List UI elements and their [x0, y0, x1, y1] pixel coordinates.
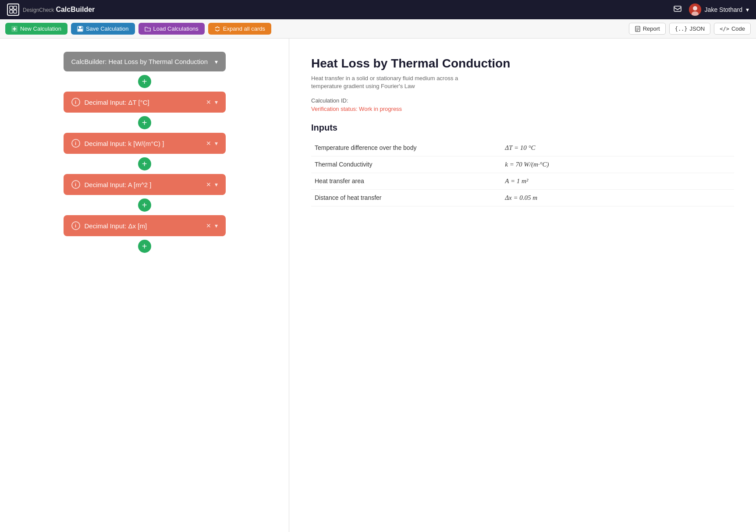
code-button[interactable]: </> Code — [714, 23, 751, 35]
product-name: CalcBuilder — [56, 6, 95, 14]
close-icon-4[interactable]: ✕ — [206, 222, 211, 229]
left-panel: CalcBuilder: Heat Loss by Thermal Conduc… — [0, 39, 289, 532]
logo-icon — [7, 4, 19, 16]
chevron-down-icon: ▾ — [215, 58, 218, 65]
svg-rect-0 — [10, 6, 13, 9]
input-card-3-actions: ✕ ▾ — [206, 181, 218, 188]
save-icon — [77, 26, 83, 32]
add-card-button-4[interactable]: + — [138, 199, 151, 212]
input-card-2-left: i Decimal Input: k [W/(m°C) ] — [71, 139, 164, 148]
expand-icon — [214, 26, 220, 32]
input-card-3-left: i Decimal Input: A [m^2 ] — [71, 180, 152, 189]
input-label-1: Temperature difference over the body — [311, 140, 501, 156]
input-card-4-actions: ✕ ▾ — [206, 222, 218, 229]
input-card-4-left: i Decimal Input: Δx [m] — [71, 221, 147, 230]
folder-icon — [145, 26, 151, 32]
json-icon: {..} — [675, 26, 688, 32]
input-card-1-actions: ✕ ▾ — [206, 99, 218, 106]
user-menu-chevron: ▾ — [746, 6, 749, 13]
calc-header-label: CalcBuilder: Heat Loss by Thermal Conduc… — [71, 58, 208, 65]
add-card-button-3[interactable]: + — [138, 157, 151, 170]
table-row: Temperature difference over the body ΔT … — [311, 140, 734, 156]
json-button[interactable]: {..} JSON — [669, 23, 711, 35]
svg-rect-11 — [78, 29, 82, 31]
user-badge[interactable]: Jake Stothard ▾ — [689, 4, 749, 16]
toolbar-right: Report {..} JSON </> Code — [629, 23, 751, 35]
user-name: Jake Stothard — [705, 6, 742, 13]
input-math-2: k = 70 W/(m·°C) — [501, 156, 734, 173]
inputs-heading: Inputs — [311, 123, 734, 133]
main-content: CalcBuilder: Heat Loss by Thermal Conduc… — [0, 39, 756, 532]
save-calculation-button[interactable]: Save Calculation — [71, 23, 135, 35]
input-math-3: A = 1 m² — [501, 173, 734, 189]
input-math-1: ΔT = 10 °C — [501, 140, 734, 156]
chevron-icon-4[interactable]: ▾ — [215, 222, 218, 229]
info-icon-1[interactable]: i — [71, 98, 80, 106]
load-calculations-button[interactable]: Load Calculations — [138, 23, 205, 35]
calc-id: Calculation ID: — [311, 97, 734, 104]
close-icon-1[interactable]: ✕ — [206, 99, 211, 106]
input-label-4: Distance of heat transfer — [311, 189, 501, 206]
inputs-table: Temperature difference over the body ΔT … — [311, 140, 734, 206]
toolbar: New Calculation Save Calculation Load Ca… — [0, 19, 756, 39]
report-subtitle: Heat transfer in a solid or stationary f… — [311, 74, 486, 90]
app-logo: DesignCheck CalcBuilder — [7, 4, 95, 16]
info-icon-2[interactable]: i — [71, 139, 80, 148]
table-row: Heat transfer area A = 1 m² — [311, 173, 734, 189]
input-math-4: Δx = 0.05 m — [501, 189, 734, 206]
info-icon-4[interactable]: i — [71, 221, 80, 230]
right-panel: Heat Loss by Thermal Conduction Heat tra… — [289, 39, 756, 532]
input-card-1-left: i Decimal Input: ΔT [°C] — [71, 98, 149, 106]
input-card-2-label: Decimal Input: k [W/(m°C) ] — [85, 140, 164, 147]
add-card-button-5[interactable]: + — [138, 240, 151, 253]
new-calculation-button[interactable]: New Calculation — [5, 23, 67, 35]
add-card-button-1[interactable]: + — [138, 75, 151, 88]
input-label-3: Heat transfer area — [311, 173, 501, 189]
table-row: Thermal Conductivity k = 70 W/(m·°C) — [311, 156, 734, 173]
input-card-2: i Decimal Input: k [W/(m°C) ] ✕ ▾ — [64, 133, 226, 154]
svg-rect-1 — [14, 6, 17, 9]
input-card-1-label: Decimal Input: ΔT [°C] — [85, 99, 149, 106]
svg-rect-2 — [10, 10, 13, 13]
chevron-icon-3[interactable]: ▾ — [215, 181, 218, 188]
notification-button[interactable] — [671, 3, 684, 17]
chevron-icon-2[interactable]: ▾ — [215, 140, 218, 147]
top-nav: DesignCheck CalcBuilder Jake Stothard ▾ — [0, 0, 756, 19]
input-card-4-label: Decimal Input: Δx [m] — [85, 222, 147, 230]
calc-header-card[interactable]: CalcBuilder: Heat Loss by Thermal Conduc… — [64, 52, 226, 71]
brand-name: DesignCheck — [23, 7, 54, 13]
info-icon-3[interactable]: i — [71, 180, 80, 189]
avatar — [689, 4, 701, 16]
svg-rect-4 — [674, 6, 681, 11]
input-card-4: i Decimal Input: Δx [m] ✕ ▾ — [64, 215, 226, 236]
chevron-icon-1[interactable]: ▾ — [215, 99, 218, 106]
cards-column: CalcBuilder: Heat Loss by Thermal Conduc… — [9, 52, 280, 256]
close-icon-2[interactable]: ✕ — [206, 140, 211, 147]
report-button[interactable]: Report — [629, 23, 666, 35]
report-title: Heat Loss by Thermal Conduction — [311, 56, 734, 71]
svg-rect-10 — [79, 26, 82, 28]
table-row: Distance of heat transfer Δx = 0.05 m — [311, 189, 734, 206]
add-card-button-2[interactable]: + — [138, 116, 151, 129]
report-icon — [635, 26, 641, 32]
verification-status: Verification status: Work in progress — [311, 106, 734, 112]
input-card-3: i Decimal Input: A [m^2 ] ✕ ▾ — [64, 174, 226, 195]
plus-icon — [11, 26, 18, 32]
toolbar-left: New Calculation Save Calculation Load Ca… — [5, 23, 271, 35]
input-card-2-actions: ✕ ▾ — [206, 140, 218, 147]
svg-rect-3 — [14, 10, 17, 13]
input-card-1: i Decimal Input: ΔT [°C] ✕ ▾ — [64, 92, 226, 113]
expand-all-button[interactable]: Expand all cards — [208, 23, 271, 35]
close-icon-3[interactable]: ✕ — [206, 181, 211, 188]
input-card-3-label: Decimal Input: A [m^2 ] — [85, 181, 152, 188]
nav-right: Jake Stothard ▾ — [671, 3, 749, 17]
code-icon: </> — [720, 26, 729, 32]
svg-point-6 — [693, 6, 697, 11]
input-label-2: Thermal Conductivity — [311, 156, 501, 173]
